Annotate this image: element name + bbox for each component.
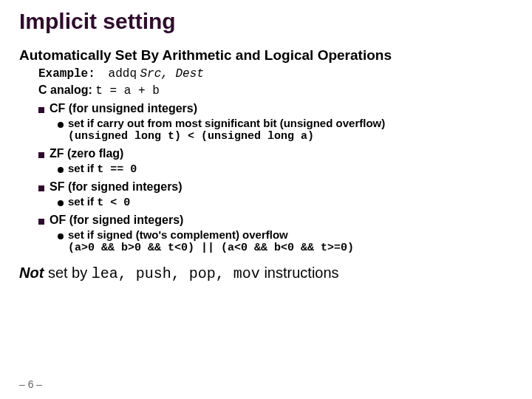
c-analog-label: C analog: [38,83,92,96]
flag-name: ZF [50,147,64,160]
c-analog-line: C analog: t = a + b [19,83,513,98]
example-args: Src, Dest [140,67,203,81]
disc-bullet-icon [58,200,64,206]
flag-sf: SF (for signed integers) [19,180,513,194]
flag-desc: (for signed integers) [68,180,183,193]
disc-bullet-icon [58,233,64,239]
flag-inline-code: t == 0 [97,163,137,176]
flag-name: OF [50,214,66,226]
square-bullet-icon [38,185,44,191]
flag-desc: (for signed integers) [69,214,184,226]
example-label: Example: [38,67,95,81]
flag-name: CF [50,102,65,115]
not-set-mid: set by [44,265,91,281]
flag-cf-detail: set if carry out from most significant b… [19,117,513,129]
page-number: – 6 – [19,378,42,390]
example-instr: addq [109,67,137,81]
c-analog-code: t = a + b [95,84,159,98]
flag-of-detail: set if signed (two's complement) overflo… [19,228,513,241]
section-heading: Automatically Set By Arithmetic and Logi… [19,47,513,64]
flag-inline-code: t < 0 [97,197,130,209]
flag-sf-detail: set if t < 0 [19,195,513,209]
flag-set-text: set if signed (two's complement) overflo… [68,228,288,241]
example-line: Example: addq Src, Dest [19,66,513,81]
not-set-code: lea, push, pop, mov [92,265,260,282]
disc-bullet-icon [58,167,64,173]
square-bullet-icon [38,152,44,158]
flag-cf-code: (unsigned long t) < (unsigned long a) [19,130,513,143]
flag-zf: ZF (zero flag) [19,147,513,160]
flag-desc: (for unsigned integers) [69,102,197,115]
flag-set-text: set if carry out from most significant b… [68,117,385,129]
flag-of-code: (a>0 && b>0 && t<0) || (a<0 && b<0 && t>… [19,242,513,254]
not-set-tail: instructions [260,265,339,281]
not-set-lead: Not [19,265,44,281]
square-bullet-icon [38,107,44,113]
flag-desc: (zero flag) [67,147,123,160]
slide-title: Implicit setting [19,9,513,34]
flag-set-text: set if [68,195,97,208]
square-bullet-icon [38,219,44,225]
flag-set-text: set if [68,162,97,174]
flag-cf: CF (for unsigned integers) [19,102,513,115]
flag-zf-detail: set if t == 0 [19,162,513,176]
not-set-line: Not set by lea, push, pop, mov instructi… [19,265,513,282]
flag-of: OF (for signed integers) [19,214,513,227]
disc-bullet-icon [58,122,64,128]
flag-name: SF [50,180,64,193]
